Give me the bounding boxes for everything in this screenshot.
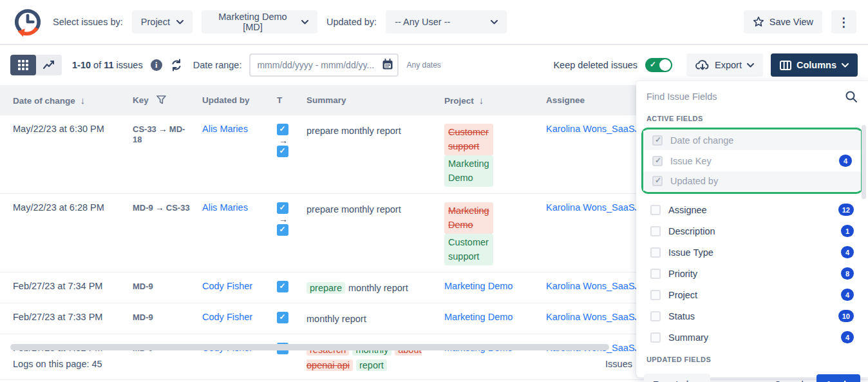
cell-key: MD-9 xyxy=(127,272,197,303)
view-toggle-group xyxy=(10,55,62,75)
info-icon[interactable]: i xyxy=(151,59,162,71)
field-label: Priority xyxy=(668,269,833,279)
field-count-badge: 10 xyxy=(838,310,854,322)
kebab-icon: ⋮ xyxy=(838,15,850,30)
horizontal-scrollbar[interactable] xyxy=(10,344,609,350)
project-dropdown[interactable]: Marketing Demo [MD] xyxy=(202,10,317,33)
field-item[interactable]: Project4 xyxy=(641,284,863,305)
grid-view-button[interactable] xyxy=(10,55,36,75)
assignee-link[interactable]: Karolina Wons_SaaSJ xyxy=(546,124,639,134)
sort-desc-icon: ↓ xyxy=(479,95,484,106)
available-fields-list: Assignee12Description1Issue Type4Priorit… xyxy=(636,198,868,349)
cell-date-of-change: Feb/27/23 at 7:33 PM xyxy=(0,303,127,334)
toggle-knob xyxy=(659,59,671,71)
filter-icon[interactable] xyxy=(156,95,166,104)
field-label: Summary xyxy=(668,332,833,343)
toolbar: 1-10 of 11 issues i Date range: Any date… xyxy=(0,45,868,85)
chevron-down-icon xyxy=(176,20,184,24)
field-label: Issue Key xyxy=(670,156,831,166)
field-count-badge: 1 xyxy=(841,225,854,237)
cell-updated-by: Alis Maries xyxy=(197,193,272,272)
field-item[interactable]: Issue Key4 xyxy=(643,150,861,171)
field-item[interactable]: Summary4 xyxy=(641,327,863,348)
project-added-chip: Customer support xyxy=(444,234,493,265)
field-item[interactable]: Date of change xyxy=(643,131,861,150)
field-item[interactable]: Assignee12 xyxy=(641,199,863,220)
header-type[interactable]: T xyxy=(272,85,301,115)
task-type-icon xyxy=(277,202,288,214)
updated-by-dropdown[interactable]: -- Any User -- xyxy=(386,10,507,33)
chevron-down-icon xyxy=(491,20,498,24)
field-label: Assignee xyxy=(668,205,831,215)
field-item[interactable]: Priority8 xyxy=(641,263,863,284)
summary-segment-added: prepare xyxy=(307,282,345,294)
refresh-button[interactable] xyxy=(170,59,183,72)
assignee-link[interactable]: Karolina Wons_SaaSJ xyxy=(546,202,639,213)
project-link[interactable]: Marketing Demo xyxy=(444,312,513,322)
cell-summary: monthly report xyxy=(301,303,439,334)
assignee-link[interactable]: Karolina Wons_SaaSJ xyxy=(546,312,639,322)
apply-button[interactable]: Apply xyxy=(816,374,860,382)
task-type-icon xyxy=(277,146,288,157)
checkbox[interactable] xyxy=(650,311,661,321)
summary-segment-plain: monthly report xyxy=(307,314,366,324)
checked-checkbox[interactable] xyxy=(652,156,663,166)
header-project[interactable]: Project↓ xyxy=(439,85,541,115)
export-button[interactable]: Export xyxy=(686,53,763,77)
field-item[interactable]: Description1 xyxy=(641,220,863,242)
keep-deleted-toggle[interactable] xyxy=(645,58,672,72)
header-key[interactable]: Key xyxy=(127,85,197,115)
columns-button[interactable]: Columns xyxy=(771,53,858,77)
save-view-button[interactable]: Save View xyxy=(744,10,822,33)
assignee-link[interactable]: Karolina Wons_SaaSJ xyxy=(546,281,639,291)
cancel-button[interactable]: Cancel xyxy=(768,379,810,382)
select-mode-dropdown[interactable]: Project xyxy=(132,10,193,33)
checkbox[interactable] xyxy=(650,269,661,279)
star-icon xyxy=(753,16,764,28)
field-item[interactable]: Issue Type4 xyxy=(641,242,863,263)
updated-by-link[interactable]: Cody Fisher xyxy=(202,312,252,322)
select-mode-value: Project xyxy=(141,17,170,27)
export-label: Export xyxy=(715,60,742,70)
task-type-icon xyxy=(277,224,288,236)
field-item[interactable]: Updated by xyxy=(643,171,861,191)
updated-by-link[interactable]: Alis Maries xyxy=(202,124,248,134)
reset-view-button[interactable]: Reset view xyxy=(644,374,710,382)
project-added-chip: Marketing Demo xyxy=(444,155,493,187)
select-issues-by-label: Select issues by: xyxy=(53,17,123,27)
header-summary[interactable]: Summary xyxy=(301,85,439,115)
field-count-badge: 4 xyxy=(841,246,854,258)
cell-project: Marketing DemoCustomer support xyxy=(439,193,541,272)
panel-footer: Reset view Cancel Apply xyxy=(636,367,868,382)
field-item[interactable]: Status10 xyxy=(641,305,863,327)
field-count-badge: 4 xyxy=(839,155,852,167)
transition-arrow-icon: → xyxy=(277,214,290,224)
checkbox[interactable] xyxy=(650,247,661,258)
columns-panel: ACTIVE FIELDS Date of changeIssue Key4Up… xyxy=(636,81,868,377)
checked-checkbox[interactable] xyxy=(652,135,663,146)
panel-search-row xyxy=(636,81,868,108)
cell-project: Marketing Demo xyxy=(439,303,541,334)
checkbox[interactable] xyxy=(650,290,661,300)
chart-view-button[interactable] xyxy=(36,55,62,75)
header-updated-by[interactable]: Updated by xyxy=(197,85,272,115)
updated-by-link[interactable]: Alis Maries xyxy=(202,202,248,213)
logs-count-label: Logs on this page: 45 xyxy=(13,359,102,369)
updated-by-link[interactable]: Cody Fisher xyxy=(202,281,252,291)
calendar-icon[interactable] xyxy=(382,59,393,70)
search-icon xyxy=(845,90,858,103)
checked-checkbox[interactable] xyxy=(652,176,663,186)
task-type-icon xyxy=(277,312,288,323)
cell-summary: prepare monthly report xyxy=(301,115,439,193)
checkbox[interactable] xyxy=(650,332,661,343)
date-range-field xyxy=(249,53,399,77)
date-range-input[interactable] xyxy=(249,53,399,77)
more-menu-button[interactable]: ⋮ xyxy=(831,10,856,33)
field-label: Date of change xyxy=(670,135,852,146)
project-link[interactable]: Marketing Demo xyxy=(444,281,513,291)
checkbox[interactable] xyxy=(650,226,661,236)
find-issue-fields-input[interactable] xyxy=(646,91,845,102)
panel-scrollbar[interactable] xyxy=(862,125,866,199)
checkbox[interactable] xyxy=(650,205,661,215)
header-date-of-change[interactable]: Date of change↓ xyxy=(0,85,127,115)
